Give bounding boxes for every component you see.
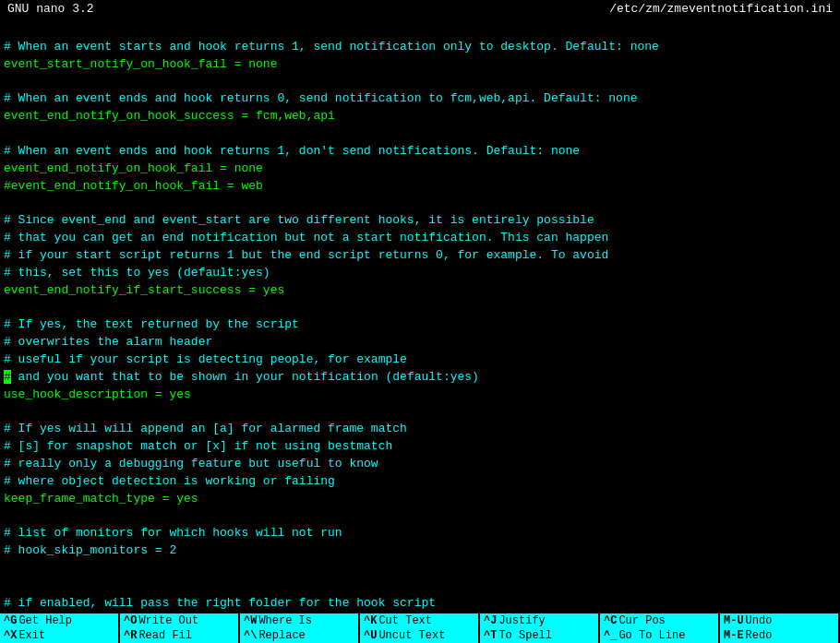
editor-line: # hook_skip_monitors = 2 bbox=[4, 542, 836, 560]
shortcut-key: ^T bbox=[484, 629, 497, 642]
status-shortcut: ^J Justify bbox=[480, 613, 600, 628]
shortcut-label: Uncut Text bbox=[378, 629, 445, 642]
editor-line: #event_end_notify_on_hook_fail = web bbox=[4, 178, 836, 196]
editor-line: # If yes will will append an [a] for ala… bbox=[4, 421, 836, 438]
editor-line: # overwrites the alarm header bbox=[4, 334, 836, 351]
status-shortcut: M-U Undo bbox=[720, 613, 840, 628]
status-shortcut: ^R Read Fil bbox=[120, 628, 240, 643]
shortcut-label: Cut Text bbox=[378, 614, 432, 627]
editor-line: event_end_notify_on_hook_fail = none bbox=[4, 161, 836, 178]
editor-line: # that you can get an end notification b… bbox=[4, 230, 836, 247]
editor-line: use_hook_description = yes bbox=[4, 387, 836, 404]
shortcut-key: ^W bbox=[244, 614, 257, 627]
shortcut-label: Justify bbox=[498, 614, 545, 627]
shortcut-label: Exit bbox=[18, 629, 45, 642]
editor-line: # if enabled, will pass the right folder… bbox=[4, 595, 836, 613]
editor-line: # really only a debugging feature but us… bbox=[4, 456, 836, 473]
editor-line: # [s] for snapshot match or [x] if not u… bbox=[4, 438, 836, 456]
editor-line: # list of monitors for which hooks will … bbox=[4, 525, 836, 542]
editor-line: event_end_notify_on_hook_success = fcm,w… bbox=[4, 108, 836, 125]
editor-line bbox=[4, 404, 836, 422]
editor-line bbox=[4, 195, 836, 212]
status-shortcut: M-E Redo bbox=[720, 628, 840, 643]
editor-line: # When an event ends and hook returns 0,… bbox=[4, 90, 836, 108]
editor-line: # Since event_end and event_start are tw… bbox=[4, 212, 836, 230]
shortcut-key: ^X bbox=[4, 629, 17, 642]
editor-line: # and you want that to be shown in your … bbox=[4, 369, 836, 387]
shortcut-key: ^C bbox=[604, 614, 617, 627]
status-shortcut: ^U Uncut Text bbox=[360, 628, 480, 643]
shortcut-label: Cur Pos bbox=[618, 614, 665, 627]
shortcut-key: ^U bbox=[364, 629, 377, 642]
status-shortcut: ^C Cur Pos bbox=[600, 613, 720, 628]
editor-line bbox=[4, 508, 836, 526]
shortcut-label: Read Fil bbox=[138, 629, 192, 642]
shortcut-key: ^J bbox=[484, 614, 497, 627]
shortcut-label: Write Out bbox=[138, 614, 198, 627]
editor-line bbox=[4, 560, 836, 578]
shortcut-label: Undo bbox=[746, 614, 773, 627]
editor-line: event_start_notify_on_hook_fail = none bbox=[4, 56, 836, 74]
status-shortcut: ^K Cut Text bbox=[360, 613, 480, 628]
shortcut-label: Get Help bbox=[18, 614, 72, 627]
shortcut-label: Replace bbox=[258, 629, 305, 642]
title-bar: GNU nano 3.2 /etc/zm/zmeventnotification… bbox=[0, 0, 840, 18]
shortcut-key: M-E bbox=[724, 629, 744, 642]
editor-line: # If yes, the text returned by the scrip… bbox=[4, 316, 836, 334]
editor-line: # useful if your script is detecting peo… bbox=[4, 351, 836, 369]
editor-line: keep_frame_match_type = yes bbox=[4, 491, 836, 508]
status-shortcut: ^_ Go To Line bbox=[600, 628, 720, 643]
editor-line: # where object detection is working or f… bbox=[4, 473, 836, 491]
editor-line bbox=[4, 578, 836, 595]
status-shortcut: ^T To Spell bbox=[480, 628, 600, 643]
editor-line: # When an event ends and hook returns 1,… bbox=[4, 143, 836, 161]
editor-line: # if your start script returns 1 but the… bbox=[4, 247, 836, 265]
shortcut-key: ^G bbox=[4, 614, 17, 627]
editor-area[interactable]: # When an event starts and hook returns … bbox=[0, 18, 840, 613]
shortcut-label: Where Is bbox=[258, 614, 312, 627]
status-shortcut: ^\ Replace bbox=[240, 628, 360, 643]
editor-line: # this, set this to yes (default:yes) bbox=[4, 265, 836, 282]
shortcut-label: Go To Line bbox=[618, 629, 685, 642]
editor-line: # When an event starts and hook returns … bbox=[4, 39, 836, 56]
status-shortcut: ^O Write Out bbox=[120, 613, 240, 628]
editor-line bbox=[4, 125, 836, 143]
editor-line bbox=[4, 21, 836, 39]
editor-line bbox=[4, 300, 836, 317]
status-shortcut: ^X Exit bbox=[0, 628, 120, 643]
app-title: GNU nano 3.2 bbox=[7, 2, 94, 16]
shortcut-key: M-U bbox=[724, 614, 744, 627]
shortcut-key: ^K bbox=[364, 614, 377, 627]
editor-line: event_end_notify_if_start_success = yes bbox=[4, 282, 836, 300]
status-bar: ^G Get Help^O Write Out^W Where Is^K Cut… bbox=[0, 613, 840, 643]
status-shortcut: ^W Where Is bbox=[240, 613, 360, 628]
editor-line bbox=[4, 74, 836, 91]
shortcut-key: ^\ bbox=[244, 629, 257, 642]
status-shortcut: ^G Get Help bbox=[0, 613, 120, 628]
file-path: /etc/zm/zmeventnotification.ini bbox=[609, 2, 833, 16]
shortcut-key: ^O bbox=[124, 614, 137, 627]
shortcut-key: ^_ bbox=[604, 629, 617, 642]
shortcut-label: Redo bbox=[746, 629, 773, 642]
shortcut-label: To Spell bbox=[498, 629, 552, 642]
shortcut-key: ^R bbox=[124, 629, 137, 642]
